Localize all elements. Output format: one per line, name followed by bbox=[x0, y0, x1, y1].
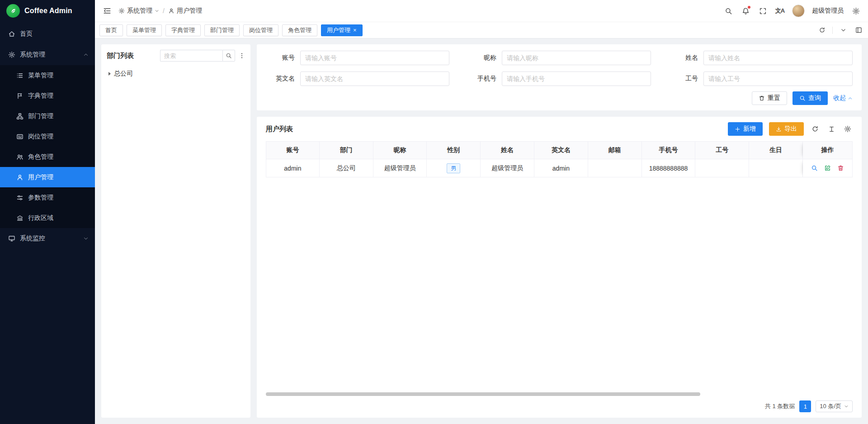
table-row[interactable]: admin 总公司 超级管理员 男 超级管理员 admin 1888888888… bbox=[266, 159, 853, 177]
col-name: 姓名 bbox=[481, 141, 534, 159]
tab-dept-management[interactable]: 部门管理 bbox=[204, 24, 240, 36]
cell-gender: 男 bbox=[427, 159, 481, 177]
chevron-up-icon bbox=[848, 96, 853, 101]
nickname-input[interactable] bbox=[502, 51, 651, 65]
phone-input[interactable] bbox=[502, 71, 651, 86]
person-icon bbox=[168, 8, 175, 14]
sidebar-item-menu-management[interactable]: 菜单管理 bbox=[0, 65, 95, 86]
pagination-page-1[interactable]: 1 bbox=[799, 400, 811, 412]
chevron-down-icon[interactable] bbox=[838, 25, 848, 35]
department-search-input[interactable] bbox=[160, 50, 222, 62]
people-icon bbox=[16, 153, 24, 161]
chevron-up-icon bbox=[83, 52, 89, 57]
user-list-card: 用户列表 新增 导出 bbox=[257, 117, 862, 418]
view-detail-button[interactable] bbox=[811, 165, 818, 172]
header-toolbar: 文A 超级管理员 bbox=[723, 5, 861, 17]
nickname-label: 昵称 bbox=[467, 54, 496, 62]
breadcrumb-separator: / bbox=[162, 7, 165, 14]
sidebar-item-region-management[interactable]: 行政区域 bbox=[0, 208, 95, 228]
row-height-icon[interactable] bbox=[826, 124, 836, 134]
tab-toolbar bbox=[817, 25, 863, 35]
account-input[interactable] bbox=[300, 51, 449, 65]
sidebar-item-label: 系统管理 bbox=[20, 51, 45, 59]
tree-item-head-office[interactable]: 总公司 bbox=[108, 68, 244, 80]
divider bbox=[832, 27, 833, 34]
tab-role-management[interactable]: 角色管理 bbox=[282, 24, 317, 36]
sidebar-item-monitor[interactable]: 系统监控 bbox=[0, 228, 95, 249]
tab-user-management[interactable]: 用户管理 × bbox=[321, 24, 363, 36]
sidebar-item-system[interactable]: 系统管理 bbox=[0, 44, 95, 65]
department-search bbox=[160, 50, 235, 62]
col-email: 邮箱 bbox=[588, 141, 642, 159]
collapse-form-link[interactable]: 收起 bbox=[833, 94, 853, 102]
sidebar-item-label: 用户管理 bbox=[28, 173, 53, 181]
cell-account: admin bbox=[266, 159, 320, 177]
tree-item-label: 总公司 bbox=[114, 70, 133, 78]
menu-list-icon bbox=[16, 72, 24, 79]
app-logo[interactable]: Coffee Admin bbox=[0, 0, 95, 22]
notification-bell-icon[interactable] bbox=[741, 6, 750, 16]
query-button[interactable]: 查询 bbox=[793, 91, 828, 105]
breadcrumb-item-user[interactable]: 用户管理 bbox=[168, 7, 202, 15]
user-list-toolbar: 新增 导出 bbox=[728, 122, 853, 136]
tab-dict-management[interactable]: 字典管理 bbox=[165, 24, 201, 36]
sidebar-item-label: 系统监控 bbox=[20, 234, 45, 243]
sidebar-item-role-management[interactable]: 角色管理 bbox=[0, 147, 95, 167]
user-list-title: 用户列表 bbox=[266, 125, 293, 133]
user-list-header: 用户列表 新增 导出 bbox=[266, 122, 853, 136]
edit-button[interactable] bbox=[824, 165, 831, 172]
fullscreen-icon[interactable] bbox=[758, 6, 768, 16]
sidebar-item-home[interactable]: 首页 bbox=[0, 24, 95, 44]
job-no-input[interactable] bbox=[703, 71, 853, 86]
export-button[interactable]: 导出 bbox=[769, 122, 804, 136]
notification-badge bbox=[748, 6, 750, 9]
coffee-logo-icon bbox=[6, 4, 20, 18]
sidebar-item-param-management[interactable]: 参数管理 bbox=[0, 187, 95, 208]
search-icon[interactable] bbox=[723, 6, 733, 16]
sidebar-item-dept-management[interactable]: 部门管理 bbox=[0, 106, 95, 126]
avatar[interactable] bbox=[792, 5, 805, 17]
export-label: 导出 bbox=[784, 125, 797, 133]
tree-caret-icon[interactable] bbox=[108, 72, 111, 76]
collapse-sidebar-icon[interactable] bbox=[102, 6, 112, 16]
col-dept: 部门 bbox=[320, 141, 373, 159]
kebab-menu-icon[interactable] bbox=[239, 52, 245, 59]
reset-button[interactable]: 重置 bbox=[752, 91, 787, 105]
org-tree-icon bbox=[16, 113, 24, 120]
sidebar-item-user-management[interactable]: 用户管理 bbox=[0, 167, 95, 187]
add-user-button[interactable]: 新增 bbox=[728, 122, 763, 136]
layout-panel-icon[interactable] bbox=[854, 25, 863, 35]
user-table: 账号 部门 昵称 性别 姓名 英文名 邮箱 手机号 工号 生日 bbox=[266, 141, 853, 177]
department-panel-header: 部门列表 bbox=[107, 50, 245, 62]
sidebar-item-post-management[interactable]: 岗位管理 bbox=[0, 126, 95, 147]
tab-menu-management[interactable]: 菜单管理 bbox=[127, 24, 162, 36]
horizontal-scrollbar-thumb[interactable] bbox=[266, 392, 700, 396]
department-search-button[interactable] bbox=[222, 50, 235, 62]
name-field: 姓名 bbox=[669, 51, 853, 65]
page-size-select[interactable]: 10 条/页 bbox=[816, 400, 853, 412]
sidebar-item-label: 岗位管理 bbox=[28, 133, 53, 141]
refresh-icon[interactable] bbox=[810, 124, 820, 134]
refresh-icon[interactable] bbox=[817, 25, 827, 35]
col-account: 账号 bbox=[266, 141, 320, 159]
tab-label: 用户管理 bbox=[327, 26, 350, 34]
tab-home[interactable]: 首页 bbox=[99, 24, 123, 36]
sidebar-item-dict-management[interactable]: 字典管理 bbox=[0, 86, 95, 106]
settings-gear-icon[interactable] bbox=[851, 6, 861, 16]
current-user-name[interactable]: 超级管理员 bbox=[812, 7, 844, 15]
translate-icon[interactable]: 文A bbox=[775, 6, 785, 16]
delete-button[interactable] bbox=[837, 165, 844, 172]
main-area: 系统管理 / 用户管理 文 bbox=[95, 0, 868, 424]
person-icon bbox=[16, 174, 24, 181]
page-size-value: 10 条/页 bbox=[820, 402, 841, 410]
close-icon[interactable]: × bbox=[353, 27, 357, 33]
name-input[interactable] bbox=[703, 51, 853, 65]
col-birthday: 生日 bbox=[749, 141, 803, 159]
col-gender: 性别 bbox=[427, 141, 481, 159]
english-name-input[interactable] bbox=[300, 71, 449, 86]
sidebar-menu: 首页 系统管理 菜单管理 字典管理 部门管理 bbox=[0, 22, 95, 424]
breadcrumb-item-system[interactable]: 系统管理 bbox=[118, 7, 159, 15]
tab-post-management[interactable]: 岗位管理 bbox=[243, 24, 278, 36]
phone-field: 手机号 bbox=[467, 71, 651, 86]
table-settings-gear-icon[interactable] bbox=[843, 124, 853, 134]
